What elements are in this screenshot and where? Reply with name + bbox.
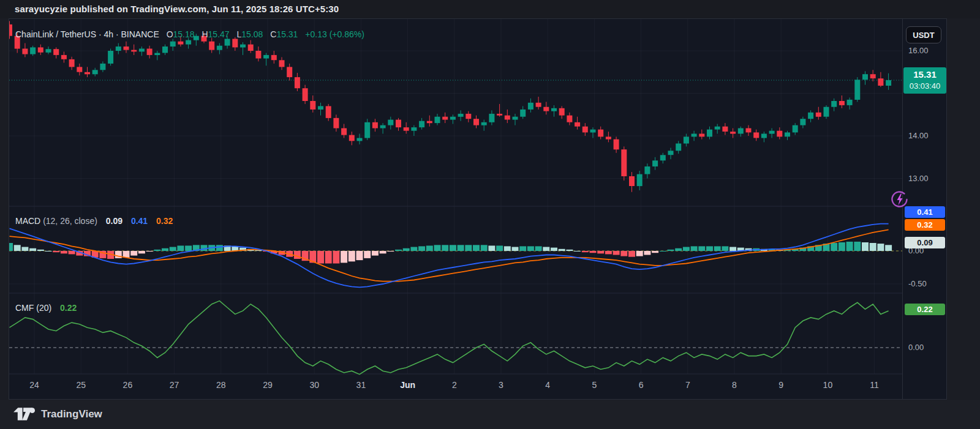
time-axis-label: 9 bbox=[778, 380, 783, 390]
change-value: +0.13 (+0.86%) bbox=[305, 29, 364, 39]
footer-bar: TradingView bbox=[0, 400, 980, 429]
last-price-tag: 15.31 03:03:40 bbox=[903, 67, 946, 94]
last-price-value: 15.31 bbox=[913, 69, 937, 80]
open-label: O bbox=[167, 29, 173, 39]
macd-line-value: 0.41 bbox=[131, 216, 148, 226]
attribution-bar: sarayucyzie published on TradingView.com… bbox=[0, 0, 980, 18]
macd-params: (12, 26, close) bbox=[43, 216, 97, 226]
cmf-value-tag: 0.22 bbox=[905, 304, 945, 315]
time-axis-label: 31 bbox=[356, 380, 366, 390]
time-axis-label: 28 bbox=[216, 380, 226, 390]
time-axis-label: 30 bbox=[309, 380, 319, 390]
cmf-value: 0.22 bbox=[60, 303, 77, 313]
symbol-title: ChainLink / TetherUS · 4h · BINANCE bbox=[15, 29, 159, 39]
cmf-title: CMF (20) bbox=[15, 303, 51, 313]
symbol-legend[interactable]: ChainLink / TetherUS · 4h · BINANCE O15.… bbox=[15, 29, 364, 39]
macd-hist-tag: 0.09 bbox=[905, 237, 945, 248]
cmf-legend[interactable]: CMF (20) 0.22 bbox=[15, 303, 77, 313]
price-scale-label: 16.00 bbox=[908, 46, 945, 55]
time-axis-label: 4 bbox=[545, 380, 550, 390]
time-axis-label: 29 bbox=[263, 380, 273, 390]
macd-hist-value: 0.09 bbox=[106, 216, 123, 226]
time-axis[interactable]: 2425262728293031Jun234567891011 bbox=[9, 374, 902, 399]
tradingview-snapshot: sarayucyzie published on TradingView.com… bbox=[0, 0, 980, 429]
currency-toggle-button[interactable]: USDT bbox=[906, 26, 941, 43]
macd-signal-value: 0.32 bbox=[156, 216, 173, 226]
macd-signal-tag: 0.32 bbox=[905, 219, 945, 231]
cmf-scale-label: 0.00 bbox=[908, 343, 945, 352]
close-label: C bbox=[270, 29, 276, 39]
price-scale-label: 14.00 bbox=[908, 131, 945, 140]
high-label: H bbox=[202, 29, 208, 39]
macd-title: MACD bbox=[15, 216, 40, 226]
low-value: 15.08 bbox=[241, 29, 263, 39]
macd-line-tag: 0.41 bbox=[905, 206, 945, 218]
tradingview-logo-icon bbox=[13, 408, 36, 421]
tradingview-brand-text: TradingView bbox=[41, 408, 102, 420]
time-axis-label: 5 bbox=[592, 380, 597, 390]
time-axis-label: 11 bbox=[870, 380, 879, 390]
time-axis-label: 2 bbox=[452, 380, 457, 390]
chart-plot[interactable] bbox=[9, 19, 902, 399]
time-axis-label: 3 bbox=[499, 380, 503, 390]
time-axis-label: 10 bbox=[823, 380, 833, 390]
high-value: 15.47 bbox=[208, 29, 230, 39]
open-value: 15.18 bbox=[173, 29, 195, 39]
time-axis-label: 8 bbox=[732, 380, 737, 390]
price-scale-label: 13.00 bbox=[908, 174, 945, 183]
macd-scale-label: -0.50 bbox=[908, 279, 945, 288]
time-axis-label: 6 bbox=[639, 380, 644, 390]
chart-container: ChainLink / TetherUS · 4h · BINANCE O15.… bbox=[9, 18, 947, 400]
bar-countdown: 03:03:40 bbox=[903, 80, 946, 92]
time-axis-label: 25 bbox=[76, 380, 86, 390]
macd-legend[interactable]: MACD (12, 26, close) 0.09 0.41 0.32 bbox=[15, 216, 173, 226]
attribution-text: sarayucyzie published on TradingView.com… bbox=[15, 4, 339, 14]
quick-action-lightning-icon[interactable] bbox=[890, 190, 910, 209]
close-value: 15.31 bbox=[276, 29, 298, 39]
time-axis-label: 27 bbox=[170, 380, 179, 390]
time-axis-label: 24 bbox=[29, 380, 39, 390]
time-axis-label: 26 bbox=[123, 380, 133, 390]
time-axis-label: Jun bbox=[400, 380, 415, 390]
time-axis-label: 7 bbox=[685, 380, 690, 390]
